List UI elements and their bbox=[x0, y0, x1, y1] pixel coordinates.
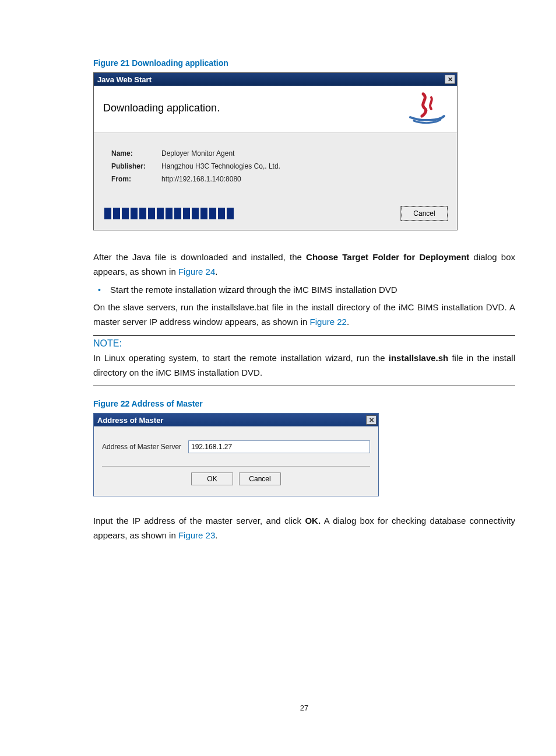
bullet-item: • Start the remote installation wizard t… bbox=[93, 283, 515, 298]
bullet-icon: • bbox=[98, 285, 101, 295]
dialog-title: Address of Master bbox=[97, 416, 163, 425]
dialog-titlebar: Address of Master ✕ bbox=[94, 414, 378, 426]
cancel-button[interactable]: Cancel bbox=[239, 473, 281, 485]
page-number: 27 bbox=[93, 704, 515, 712]
close-icon[interactable]: ✕ bbox=[366, 415, 376, 425]
publisher-value: Hangzhou H3C Technologies Co,. Ltd. bbox=[161, 162, 280, 170]
dialog-header: Downloading application. bbox=[94, 86, 457, 132]
figure23-link[interactable]: Figure 23 bbox=[178, 530, 215, 540]
note-heading: NOTE: bbox=[93, 338, 515, 349]
from-label: From: bbox=[111, 175, 161, 183]
bullet-text: Start the remote installation wizard thr… bbox=[110, 283, 397, 298]
divider bbox=[93, 386, 515, 386]
address-of-master-dialog: Address of Master ✕ Address of Master Se… bbox=[93, 413, 379, 496]
from-value: http://192.168.1.140:8080 bbox=[161, 175, 241, 183]
progress-bar bbox=[104, 208, 235, 219]
info-row-name: Name: Deployer Monitor Agent bbox=[111, 149, 443, 158]
figure21-caption: Figure 21 Downloading application bbox=[93, 58, 515, 68]
figure22-caption: Figure 22 Address of Master bbox=[93, 399, 515, 408]
ok-button[interactable]: OK bbox=[191, 473, 233, 485]
dialog-body: Name: Deployer Monitor Agent Publisher: … bbox=[94, 132, 457, 200]
paragraph-after-download: After the Java file is downloaded and in… bbox=[93, 250, 515, 279]
dialog-footer: Cancel bbox=[94, 200, 457, 230]
cancel-button[interactable]: Cancel bbox=[401, 206, 448, 220]
close-icon[interactable]: ✕ bbox=[445, 75, 455, 84]
info-row-from: From: http://192.168.1.140:8080 bbox=[111, 175, 443, 183]
name-value: Deployer Monitor Agent bbox=[161, 149, 234, 158]
java-web-start-dialog: Java Web Start ✕ Downloading application… bbox=[93, 72, 458, 230]
figure22-link[interactable]: Figure 22 bbox=[310, 317, 347, 327]
info-row-publisher: Publisher: Hangzhou H3C Technologies Co,… bbox=[111, 162, 443, 170]
dialog-titlebar: Java Web Start ✕ bbox=[94, 73, 457, 86]
download-heading: Downloading application. bbox=[103, 102, 220, 114]
dialog-title: Java Web Start bbox=[97, 75, 152, 84]
dialog-body: Address of Master Server OK Cancel bbox=[94, 426, 378, 496]
master-address-input[interactable] bbox=[188, 440, 370, 453]
paragraph-slave-servers: On the slave servers, run the installsla… bbox=[93, 300, 515, 330]
master-address-label: Address of Master Server bbox=[102, 443, 188, 451]
name-label: Name: bbox=[111, 149, 161, 158]
java-logo-icon bbox=[399, 92, 451, 124]
paragraph-input-ip: Input the IP address of the master serve… bbox=[93, 514, 515, 543]
figure24-link[interactable]: Figure 24 bbox=[178, 267, 215, 276]
divider bbox=[93, 335, 515, 336]
note-text: In Linux operating system, to start the … bbox=[93, 351, 515, 380]
master-address-row: Address of Master Server bbox=[102, 440, 370, 453]
publisher-label: Publisher: bbox=[111, 162, 161, 170]
